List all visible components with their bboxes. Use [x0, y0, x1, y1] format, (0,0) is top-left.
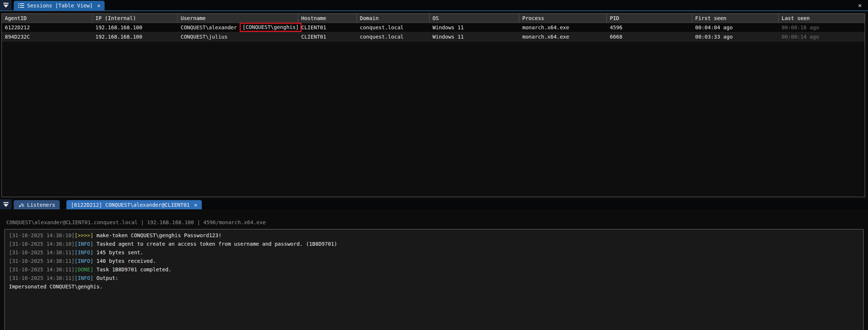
filter-button-bottom[interactable]: [0, 199, 11, 209]
session-row-894D232C[interactable]: 894D232C 192.168.168.100 CONQUEST\julius…: [2, 32, 865, 42]
console-line: [31-10-2025 14:38:10][>>>>]make-token CO…: [9, 231, 863, 240]
console-tabbar: Listeners [6122D212] CONQUEST\alexander@…: [0, 199, 868, 209]
cell-process: monarch.x64.exe: [519, 32, 607, 41]
cell-process: monarch.x64.exe: [519, 23, 607, 32]
column-header-ip[interactable]: IP (Internal): [92, 14, 178, 23]
info-tag: [INFO]: [75, 275, 93, 281]
cell-agent-id: 6122D212: [2, 23, 92, 32]
tab-sessions-table-view[interactable]: Sessions [Table View] ✕: [14, 1, 105, 10]
column-header-first-seen[interactable]: First seen: [692, 14, 779, 23]
cell-username: CONQUEST\julius: [178, 32, 298, 41]
column-header-agentid[interactable]: AgentID: [2, 14, 92, 23]
console-line: [31-10-2025 14:38:11][INFO]Output:: [9, 274, 863, 282]
cell-last-seen: 00:00:14 ago: [779, 32, 865, 41]
list-icon: [18, 3, 24, 8]
console-line: [31-10-2025 14:38:11][DONE]Task 1B8D9701…: [9, 265, 863, 274]
cell-hostname: CLIENT01: [298, 23, 357, 32]
panel-close-icon[interactable]: ✕: [856, 1, 864, 9]
cell-username: CONQUEST\alexander[CONQUEST\genghis]: [178, 23, 298, 32]
tab-agent-close-icon[interactable]: ✕: [194, 202, 197, 208]
info-tag: [INFO]: [75, 241, 93, 247]
tab-sessions-label: Sessions [Table View]: [27, 3, 93, 9]
filter-button-top[interactable]: [0, 0, 11, 10]
tabbar-accent-line: [0, 10, 868, 11]
console-line: [31-10-2025 14:38:10][INFO]Tasked agent …: [9, 240, 863, 248]
column-header-domain[interactable]: Domain: [357, 14, 430, 23]
cell-os: Windows 11: [430, 23, 519, 32]
column-header-pid[interactable]: PID: [607, 14, 692, 23]
tab-listeners-label: Listeners: [27, 202, 55, 208]
impersonation-highlight-box: [CONQUEST\genghis]: [240, 23, 302, 32]
cell-first-seen: 00:03:33 ago: [692, 32, 779, 41]
command-tag: [>>>>]: [75, 232, 93, 238]
column-header-process[interactable]: Process: [519, 14, 607, 23]
cell-ip: 192.168.168.100: [92, 23, 178, 32]
tab-listeners[interactable]: Listeners: [14, 200, 60, 209]
sessions-tabbar: Sessions [Table View] ✕ ✕: [0, 0, 868, 10]
cell-agent-id: 894D232C: [2, 32, 92, 41]
filter-icon: [3, 202, 9, 208]
sessions-table: AgentID IP (Internal) Username Hostname …: [1, 13, 865, 197]
console-output-line: Impersonated CONQUEST\genghis.: [9, 282, 863, 291]
tab-agent-console[interactable]: [6122D212] CONQUEST\alexander@CLIENT01 ✕: [66, 200, 202, 209]
info-tag: [INFO]: [75, 258, 93, 264]
username-text: CONQUEST\alexander: [181, 24, 237, 30]
cell-os: Windows 11: [430, 32, 519, 41]
tab-agent-label: [6122D212] CONQUEST\alexander@CLIENT01: [71, 202, 190, 208]
column-header-username[interactable]: Username: [178, 14, 298, 23]
tab-sessions-close-icon[interactable]: ✕: [97, 3, 100, 9]
console-output[interactable]: [31-10-2025 14:38:10][>>>>]make-token CO…: [4, 229, 864, 330]
session-row-6122D212[interactable]: 6122D212 192.168.168.100 CONQUEST\alexan…: [2, 23, 865, 32]
console-line: [31-10-2025 14:38:11][INFO]145 bytes sen…: [9, 248, 863, 257]
filter-icon: [3, 2, 9, 8]
cell-last-seen: 00:00:16 ago: [779, 23, 865, 32]
cell-domain: conquest.local: [357, 32, 430, 41]
broadcast-antenna-icon: [18, 202, 24, 208]
console-line: [31-10-2025 14:38:11][INFO]140 bytes rec…: [9, 257, 863, 265]
done-tag: [DONE]: [75, 267, 93, 272]
cell-pid: 6668: [607, 32, 692, 41]
column-header-os[interactable]: OS: [430, 14, 519, 23]
cell-ip: 192.168.168.100: [92, 32, 178, 41]
column-header-last-seen[interactable]: Last seen: [779, 14, 865, 23]
cell-domain: conquest.local: [357, 23, 430, 32]
info-tag: [INFO]: [75, 249, 93, 255]
cell-first-seen: 00:04:04 ago: [692, 23, 779, 32]
cell-pid: 4596: [607, 23, 692, 32]
agent-context-line: CONQUEST\alexander@CLIENT01.conquest.loc…: [6, 219, 266, 225]
column-header-hostname[interactable]: Hostname: [298, 14, 357, 23]
cell-hostname: CLIENT01: [298, 32, 357, 41]
sessions-table-header: AgentID IP (Internal) Username Hostname …: [2, 14, 865, 23]
